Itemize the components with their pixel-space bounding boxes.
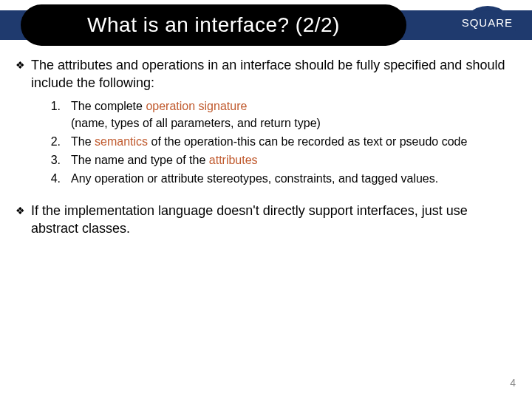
bullet-item: ❖ If the implementation language doesn't…	[15, 202, 517, 237]
text-segment: The	[71, 135, 95, 148]
list-item: 4. Any operation or attribute stereotype…	[49, 170, 517, 187]
bullet-item: ❖ The attributes and operations in an in…	[15, 56, 517, 92]
page-title: What is an interface? (2/2)	[87, 13, 340, 37]
list-number: 3.	[49, 151, 71, 168]
title-pill: What is an interface? (2/2)	[21, 4, 406, 46]
list-number: 2.	[49, 133, 71, 150]
text-segment: The complete	[71, 100, 146, 112]
list-number: 4.	[49, 170, 71, 187]
list-item: 1. The complete operation signature (nam…	[49, 98, 517, 132]
diamond-bullet-icon: ❖	[15, 202, 25, 219]
text-segment: of the operation-this can be recorded as…	[148, 135, 467, 148]
ordered-list: 1. The complete operation signature (nam…	[49, 98, 517, 187]
text-segment: Any operation or attribute stereotypes, …	[71, 172, 438, 185]
list-item: 3. The name and type of the attributes	[49, 151, 517, 168]
page-number: 4	[510, 377, 516, 389]
text-segment: (name, types of all parameters, and retu…	[71, 117, 321, 129]
logo-text: SQUARE	[462, 16, 513, 29]
list-text: The complete operation signature (name, …	[71, 98, 517, 132]
list-item: 2. The semantics of the operation-this c…	[49, 133, 517, 150]
highlight-text: semantics	[95, 135, 148, 148]
list-text: The name and type of the attributes	[71, 151, 517, 168]
slide-content: ❖ The attributes and operations in an in…	[15, 56, 517, 243]
list-text: The semantics of the operation-this can …	[71, 133, 517, 150]
bullet-text: If the implementation language doesn't d…	[31, 202, 517, 237]
highlight-text: attributes	[209, 154, 258, 166]
text-segment: The name and type of the	[71, 154, 209, 166]
list-text: Any operation or attribute stereotypes, …	[71, 170, 517, 187]
bullet-text: The attributes and operations in an inte…	[31, 56, 517, 92]
list-number: 1.	[49, 98, 71, 115]
diamond-bullet-icon: ❖	[15, 56, 25, 74]
highlight-text: operation signature	[146, 100, 247, 112]
